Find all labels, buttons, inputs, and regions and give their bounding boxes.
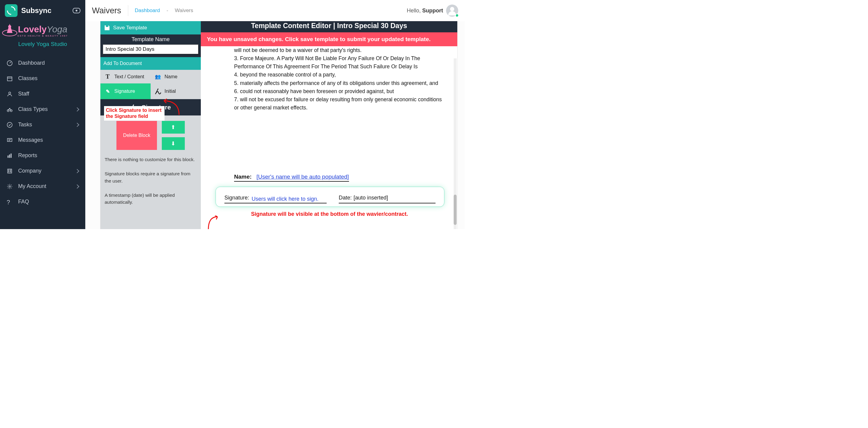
- doc-line: 6. could not reasonably have been forese…: [234, 87, 445, 96]
- tool-name[interactable]: 👥Name: [151, 70, 201, 84]
- sidebar-item-classes[interactable]: Classes: [0, 71, 85, 86]
- sidebar-item-company[interactable]: Company: [0, 163, 85, 178]
- nav-label: Tasks: [18, 122, 32, 128]
- nav-label: Reports: [18, 152, 37, 159]
- svg-point-8: [7, 122, 12, 127]
- doc-line: will not be deemed to be a waiver of tha…: [234, 46, 445, 55]
- template-editor: Save Template Template Name Add To Docum…: [100, 21, 457, 229]
- divider: [128, 5, 128, 16]
- studio-logo: LovelyYoga ESTD HEALTH & BEAUTY 1987: [18, 24, 68, 37]
- svg-point-6: [7, 109, 9, 111]
- question-icon: ?: [7, 199, 13, 205]
- svg-rect-18: [8, 171, 9, 172]
- svg-rect-13: [9, 155, 10, 158]
- studio-name: Lovely Yoga Studio: [0, 41, 85, 47]
- topbar: Waivers Dashboard - Waivers Hello, Suppo…: [85, 0, 465, 21]
- editor-panel: Save Template Template Name Add To Docum…: [100, 21, 201, 229]
- tool-signature[interactable]: ✎Signature: [100, 84, 151, 99]
- sidebar-item-tasks[interactable]: Tasks: [0, 117, 85, 132]
- nav-label: Classes: [18, 75, 37, 81]
- tool-text[interactable]: TText / Content: [100, 70, 151, 84]
- svg-rect-16: [8, 170, 9, 170]
- sidebar-item-faq[interactable]: ?FAQ: [0, 194, 85, 209]
- gauge-icon: [7, 60, 13, 66]
- save-icon: [105, 25, 110, 30]
- sidebar-item-dashboard[interactable]: Dashboard: [0, 55, 85, 71]
- name-field-line: Name: [User's name will be auto populate…: [234, 172, 445, 182]
- move-up-button[interactable]: ⬆: [162, 121, 185, 134]
- svg-point-5: [9, 92, 11, 94]
- nav-label: Messages: [18, 137, 43, 143]
- add-to-document-header: Add To Document: [100, 57, 201, 70]
- move-down-button[interactable]: ⬇: [162, 137, 185, 150]
- svg-rect-3: [7, 77, 12, 81]
- studio-tagline: ESTD HEALTH & BEAUTY 1987: [18, 34, 68, 37]
- breadcrumb-current: Waivers: [175, 7, 193, 13]
- tool-initial[interactable]: んInitial: [151, 84, 201, 99]
- annotation-users-click: Users will click here to sign.: [252, 196, 318, 202]
- sidebar-item-staff[interactable]: Staff: [0, 86, 85, 102]
- doc-line: 4. beyond the reasonable control of a pa…: [234, 71, 445, 79]
- nav-label: My Account: [18, 183, 46, 190]
- delete-block-button[interactable]: Delete Block: [117, 121, 157, 150]
- chevron-right-icon: [75, 107, 79, 111]
- svg-rect-15: [7, 169, 11, 173]
- doc-line: 7. will not be excused for failure or de…: [234, 96, 445, 112]
- bike-icon: [7, 106, 13, 112]
- studio-logo-sub: Yoga: [46, 24, 67, 34]
- message-icon: [7, 137, 13, 143]
- user-icon: [7, 91, 13, 97]
- arrow-up-icon: ⬆: [171, 124, 176, 131]
- check-circle-icon: [7, 122, 13, 128]
- sidebar-item-class-types[interactable]: Class Types: [0, 102, 85, 117]
- chevron-right-icon: [75, 184, 79, 188]
- annotation-bottom: Signature will be visible at the bottom …: [234, 210, 445, 219]
- sidebar-item-my-account[interactable]: My Account: [0, 178, 85, 194]
- breadcrumb-dashboard[interactable]: Dashboard: [135, 7, 160, 13]
- gear-icon: [7, 184, 13, 190]
- nav-label: Staff: [18, 91, 29, 97]
- template-name-input[interactable]: [103, 44, 198, 54]
- svg-rect-12: [7, 156, 8, 158]
- help-text-3: A timestamp (date) will be applied autom…: [100, 188, 201, 209]
- visibility-icon[interactable]: [72, 8, 81, 13]
- svg-rect-14: [10, 154, 11, 158]
- studio-logo-main: Lovely: [18, 24, 46, 34]
- avatar[interactable]: [446, 4, 458, 17]
- user-name: Support: [422, 7, 443, 13]
- initial-icon: ん: [155, 87, 161, 96]
- calendar-icon: [7, 75, 13, 81]
- pen-icon: ✎: [105, 89, 111, 94]
- document-preview: Template Content Editor | Intro Special …: [201, 21, 457, 229]
- annotation-arrow-icon: [207, 216, 220, 229]
- doc-line: 3. Force Majeure. A Party Will Not Be Li…: [234, 55, 445, 71]
- svg-point-1: [8, 25, 11, 28]
- date-field: Date: [auto inserted]: [339, 194, 435, 203]
- brand-logo-icon: [5, 4, 18, 17]
- breadcrumb-sep: -: [167, 8, 168, 13]
- nav-label: Company: [18, 168, 41, 174]
- signature-block[interactable]: Signature: Users will click here to sign…: [216, 187, 444, 206]
- brand-name: Subsync: [21, 6, 52, 15]
- help-text-1: There is nothing to customize for this b…: [100, 152, 201, 167]
- help-text-2: Signature blocks require a signature fro…: [100, 167, 201, 188]
- building-icon: [7, 168, 13, 174]
- scrollbar-thumb[interactable]: [454, 195, 457, 225]
- lotus-icon: [1, 22, 19, 37]
- chevron-right-icon: [75, 123, 79, 127]
- save-template-button[interactable]: Save Template: [100, 21, 201, 34]
- date-label: Date:: [339, 194, 352, 202]
- sidebar-item-reports[interactable]: Reports: [0, 148, 85, 163]
- text-icon: T: [105, 73, 111, 80]
- nav-label: Class Types: [18, 106, 48, 112]
- nav-label: Dashboard: [18, 60, 45, 66]
- signature-field[interactable]: Signature: Users will click here to sign…: [224, 194, 327, 203]
- status-dot-icon: [455, 13, 459, 17]
- arrow-down-icon: ⬇: [171, 140, 176, 147]
- unsaved-alert: You have unsaved changes. Click save tem…: [201, 32, 457, 46]
- save-label: Save Template: [113, 25, 147, 31]
- sidebar-item-messages[interactable]: Messages: [0, 132, 85, 148]
- brand[interactable]: Subsync: [5, 4, 52, 17]
- chevron-right-icon: [75, 169, 79, 173]
- date-placeholder: [auto inserted]: [353, 194, 388, 202]
